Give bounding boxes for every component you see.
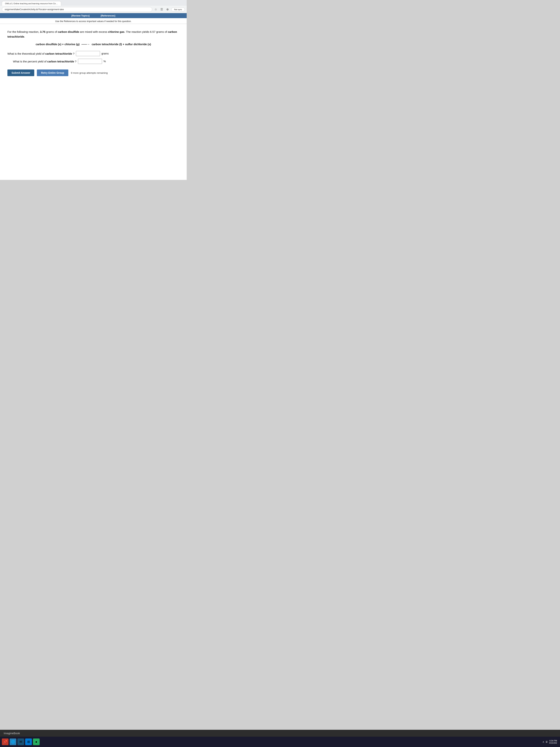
reaction-arrow: ——→ [81, 43, 90, 46]
question-intro-text: For the following reaction, 3.75 grams o… [7, 29, 179, 39]
equation-reactants: carbon disulfide (s) + chlorine (g) [36, 43, 80, 46]
attempts-remaining-text: 9 more group attempts remaining [71, 72, 108, 74]
review-topics-button[interactable]: [Review Topics] [72, 14, 90, 17]
percent-yield-row: What is the percent yield of carbon tetr… [7, 59, 179, 64]
browser-chrome: OWLv2 | Online teaching and learning res… [0, 0, 187, 13]
page-content: [Review Topics] [References] Use the Ref… [0, 13, 187, 180]
browser-tab[interactable]: OWLv2 | Online teaching and learning res… [2, 1, 61, 6]
question-area: For the following reaction, 3.75 grams o… [0, 24, 187, 80]
not-sync-button[interactable]: Not sync [171, 7, 185, 11]
references-button[interactable]: [References] [101, 14, 115, 17]
percent-yield-label: What is the percent yield of carbon tetr… [13, 60, 77, 63]
address-bar-row: ssignment/takeCovalentActivity.do?locato… [0, 6, 187, 13]
percent-yield-input[interactable] [78, 59, 102, 64]
theoretical-yield-label: What is the theoretical yield of carbon … [7, 52, 75, 55]
address-text: ssignment/takeCovalentActivity.do?locato… [5, 8, 64, 11]
percent-unit-label: % [104, 60, 106, 63]
toolbar-strip: [Review Topics] [References] [0, 13, 187, 18]
reaction-equation: carbon disulfide (s) + chlorine (g) ——→ … [7, 43, 179, 46]
add-tab-icon[interactable]: ⊕ [165, 7, 169, 12]
tab-bar: OWLv2 | Online teaching and learning res… [0, 0, 187, 6]
theoretical-yield-input[interactable] [76, 51, 100, 56]
equation-products: carbon tetrachloride (l) + sulfur dichlo… [92, 43, 151, 46]
references-note: Use the References to access important v… [0, 18, 187, 24]
submit-answer-button[interactable]: Submit Answer [7, 70, 34, 76]
theoretical-yield-row: What is the theoretical yield of carbon … [7, 51, 179, 56]
buttons-row: Submit Answer Retry Entire Group 9 more … [7, 70, 179, 76]
retry-entire-group-button[interactable]: Retry Entire Group [37, 70, 68, 76]
reading-list-icon[interactable]: ☰ [160, 7, 164, 12]
grams-unit-label: grams [102, 52, 109, 55]
star-icon[interactable]: ☆ [154, 7, 158, 12]
address-bar[interactable]: ssignment/takeCovalentActivity.do?locato… [2, 7, 152, 12]
browser-icons: ☆ ☰ ⊕ Not sync [154, 7, 185, 12]
